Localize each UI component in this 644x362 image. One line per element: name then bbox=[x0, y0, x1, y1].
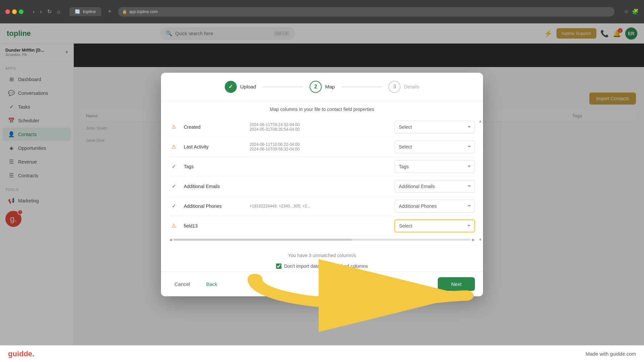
modal-subtitle: Map columns in your file to contact fiel… bbox=[161, 101, 483, 117]
sample-last-activity: 2024-06-11T10:06:22-04:002024-06-10T09:5… bbox=[250, 142, 389, 152]
step-upload: ✓ Upload bbox=[225, 81, 256, 93]
address-bar[interactable]: 🔒 app.topline.com bbox=[118, 7, 614, 16]
step-3-label: Details bbox=[404, 84, 419, 89]
select-additional-phones[interactable]: Additional Phones Select bbox=[394, 200, 475, 213]
sample-additional-phones: +19192224449, +2343...305, +2... bbox=[250, 204, 389, 208]
made-with-tagline: Made with guidde.com bbox=[586, 351, 636, 357]
forward-nav-button[interactable]: › bbox=[39, 7, 43, 16]
status-ok-icon: ✓ bbox=[169, 182, 178, 191]
bottom-bar: guidde. Made with guidde.com bbox=[0, 345, 644, 362]
modal-body: Map columns in your file to contact fiel… bbox=[161, 101, 483, 272]
step-1-label: Upload bbox=[240, 84, 256, 89]
import-modal: ✓ Upload 2 Map 3 Details Map columns in … bbox=[161, 73, 483, 296]
horizontal-scrollbar-track bbox=[173, 239, 471, 241]
close-button[interactable] bbox=[5, 9, 10, 14]
field-name-field13: field13 bbox=[184, 223, 244, 229]
status-ok-icon: ✓ bbox=[169, 162, 178, 171]
field-name-created: Created bbox=[184, 124, 244, 130]
unmatched-section: You have 3 unmatched column/s Don't impo… bbox=[161, 243, 483, 272]
scroll-up-arrow[interactable]: ▲ bbox=[478, 119, 482, 123]
next-button[interactable]: Next bbox=[438, 277, 475, 291]
field-name-last-activity: Last Activity bbox=[184, 144, 244, 149]
step-2-circle: 2 bbox=[310, 81, 322, 93]
reload-button[interactable]: ↻ bbox=[46, 7, 53, 16]
field-name-tags: Tags bbox=[184, 164, 244, 169]
status-warn-icon: ⚠ bbox=[169, 142, 178, 152]
scroll-down-arrow[interactable]: ▼ bbox=[478, 237, 482, 242]
minimize-button[interactable] bbox=[12, 9, 17, 14]
dont-import-label: Don't import data in unmatched columns bbox=[284, 263, 368, 269]
back-button[interactable]: Back bbox=[201, 279, 223, 290]
new-tab-button[interactable]: + bbox=[108, 8, 112, 15]
horizontal-scrollbar-thumb bbox=[173, 239, 352, 241]
tab-icon: 🔄 bbox=[75, 9, 80, 14]
step-1-circle: ✓ bbox=[225, 81, 237, 93]
extensions-button[interactable]: 🧩 bbox=[632, 8, 639, 15]
address-text: app.topline.com bbox=[129, 9, 158, 14]
field-name-additional-phones: Additional Phones bbox=[184, 203, 244, 209]
step-map: 2 Map bbox=[310, 81, 335, 93]
select-created[interactable]: Select Created Last Activity bbox=[394, 121, 475, 133]
mapping-row-last-activity: ⚠ Last Activity 2024-06-11T10:06:22-04:0… bbox=[169, 137, 475, 157]
traffic-lights bbox=[5, 9, 23, 14]
step-details: 3 Details bbox=[388, 81, 419, 93]
step-3-circle: 3 bbox=[388, 81, 400, 93]
modal-footer: Cancel Back Next bbox=[161, 272, 483, 296]
mapping-row-tags: ✓ Tags Tags Select bbox=[169, 157, 475, 177]
field-name-additional-emails: Additional Emails bbox=[184, 184, 244, 189]
select-last-activity[interactable]: Select Created Last Activity bbox=[394, 140, 475, 153]
stepper: ✓ Upload 2 Map 3 Details bbox=[161, 73, 483, 101]
status-warn-icon: ⚠ bbox=[169, 221, 178, 231]
dont-import-checkbox[interactable] bbox=[276, 263, 281, 269]
guidde-logo: guidde. bbox=[8, 350, 34, 358]
step-2-label: Map bbox=[325, 84, 335, 89]
mapping-row-additional-phones: ✓ Additional Phones +19192224449, +2343.… bbox=[169, 196, 475, 216]
unmatched-notice: You have 3 unmatched column/s bbox=[169, 247, 475, 263]
scroll-right-arrow[interactable]: ▶ bbox=[472, 237, 475, 242]
mapping-row-additional-emails: ✓ Additional Emails Additional Emails Se… bbox=[169, 177, 475, 196]
browser-tab[interactable]: 🔄 topline bbox=[69, 7, 101, 16]
bookmark-button[interactable]: ☆ bbox=[624, 8, 629, 15]
tab-title: topline bbox=[83, 9, 96, 14]
scroll-arrows: ▲ ▼ bbox=[478, 117, 483, 243]
sample-created: 2024-06-11T09:24:32-04:002024-05-31T08:2… bbox=[250, 122, 389, 132]
select-tags[interactable]: Tags Select bbox=[394, 160, 475, 173]
mapping-table: ▲ ▼ ⚠ Created 2024-06-11T09:24:32-04:002… bbox=[161, 117, 483, 243]
step-divider-2 bbox=[341, 86, 382, 87]
mapping-row-field13: ⚠ field13 Select bbox=[169, 216, 475, 236]
home-button[interactable]: ⌂ bbox=[56, 7, 62, 16]
footer-left: Cancel Back bbox=[169, 279, 223, 290]
cancel-button[interactable]: Cancel bbox=[169, 279, 196, 290]
scroll-left-arrow[interactable]: ◀ bbox=[169, 237, 172, 242]
unmatched-text: You have 3 unmatched column/s bbox=[288, 253, 356, 258]
maximize-button[interactable] bbox=[19, 9, 23, 14]
browser-actions: ☆ 🧩 bbox=[624, 8, 639, 15]
browser-chrome: ‹ › ↻ ⌂ 🔄 topline + 🔒 app.topline.com ☆ … bbox=[0, 0, 644, 23]
status-warn-icon: ⚠ bbox=[169, 122, 178, 132]
select-field13[interactable]: Select bbox=[394, 220, 475, 232]
step-divider-1 bbox=[263, 86, 303, 87]
modal-overlay: ✓ Upload 2 Map 3 Details Map columns in … bbox=[0, 23, 644, 345]
mapping-row-created: ⚠ Created 2024-06-11T09:24:32-04:002024-… bbox=[169, 117, 475, 137]
status-ok-icon: ✓ bbox=[169, 201, 178, 211]
horizontal-scroll-bar: ◀ ▶ bbox=[169, 236, 475, 243]
select-additional-emails[interactable]: Additional Emails Select bbox=[394, 180, 475, 193]
dont-import-row: Don't import data in unmatched columns bbox=[169, 263, 475, 269]
back-nav-button[interactable]: ‹ bbox=[32, 7, 36, 16]
address-icon: 🔒 bbox=[122, 9, 127, 14]
browser-navigation: ‹ › ↻ ⌂ bbox=[32, 7, 61, 16]
